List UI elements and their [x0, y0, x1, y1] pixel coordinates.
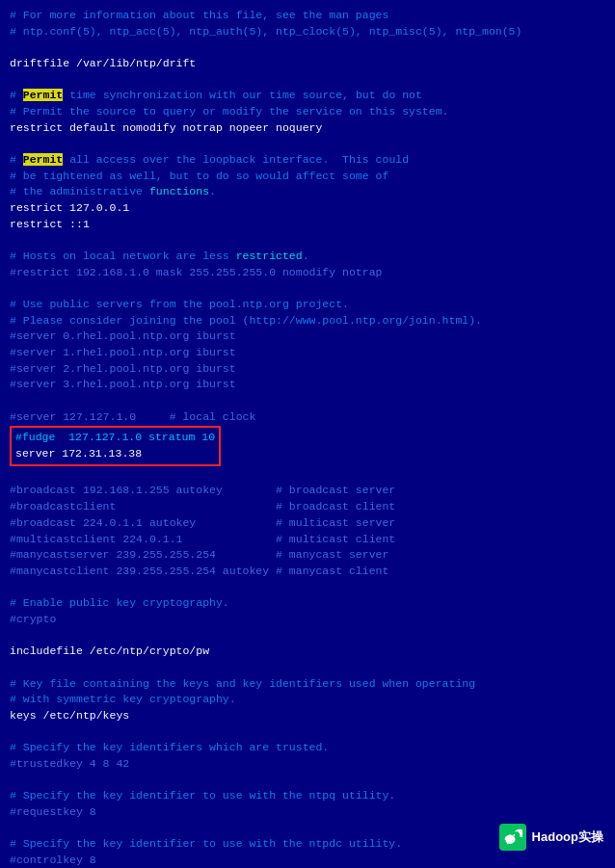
- line-25: [10, 393, 605, 409]
- line-2: # ntp.conf(5), ntp_acc(5), ntp_auth(5), …: [10, 24, 605, 40]
- line-32: #broadcast 224.0.1.1 autokey # multicast…: [10, 515, 605, 532]
- wechat-icon: [499, 824, 526, 851]
- line-27: #fudge 127.127.1.0 stratum 10: [15, 430, 215, 446]
- line-10: # Permit all access over the loopback in…: [10, 152, 605, 169]
- line-19: # Use public servers from the pool.ntp.o…: [10, 297, 605, 313]
- line-11: # be tightened as well, but to do so wou…: [10, 169, 605, 185]
- line-15: [10, 232, 605, 249]
- line-5: [10, 72, 605, 89]
- line-6: # Permit time synchronization with our t…: [10, 88, 605, 104]
- line-44: keys /etc/ntp/keys: [10, 708, 605, 724]
- line-29: [10, 467, 605, 484]
- terminal-window: # For more information about this file, …: [0, 0, 615, 868]
- selected-block: #fudge 127.127.1.0 stratum 10 server 172…: [10, 426, 221, 465]
- line-42: # Key file containing the keys and key i…: [10, 676, 605, 693]
- permit-highlight-1: Permit: [23, 89, 63, 101]
- permit-highlight-2: Permit: [23, 153, 63, 166]
- line-41: [10, 660, 605, 676]
- line-16: # Hosts on local network are less restri…: [10, 249, 605, 265]
- line-35: #manycastclient 239.255.255.254 autokey …: [10, 564, 605, 580]
- line-9: [10, 136, 605, 152]
- line-3: [10, 39, 605, 56]
- line-12: # the administrative functions.: [10, 184, 605, 200]
- line-43: # with symmetric key cryptography.: [10, 692, 605, 708]
- line-30: #broadcast 192.168.1.255 autokey # broad…: [10, 483, 605, 499]
- line-34: #manycastserver 239.255.255.254 # manyca…: [10, 547, 605, 564]
- line-28: server 172.31.13.38: [15, 446, 215, 462]
- line-33: #multicastclient 224.0.1.1 # multicast c…: [10, 532, 605, 548]
- line-4: driftfile /var/lib/ntp/drift: [10, 56, 605, 72]
- line-37: # Enable public key cryptography.: [10, 595, 605, 612]
- line-7: # Permit the source to query or modify t…: [10, 104, 605, 120]
- line-24: #server 3.rhel.pool.ntp.org iburst: [10, 377, 605, 393]
- line-46: # Specify the key identifiers which are …: [10, 740, 605, 756]
- line-36: [10, 580, 605, 596]
- line-26: #server 127.127.1.0 # local clock: [10, 409, 605, 426]
- line-17: #restrict 192.168.1.0 mask 255.255.255.0…: [10, 265, 605, 281]
- watermark-label: Hadoop实操: [532, 829, 603, 846]
- line-47: #trustedkey 4 8 42: [10, 756, 605, 773]
- line-13: restrict 127.0.0.1: [10, 200, 605, 217]
- line-48: [10, 773, 605, 789]
- line-8: restrict default nomodify notrap nopeer …: [10, 120, 605, 137]
- line-40: includefile /etc/ntp/crypto/pw: [10, 644, 605, 660]
- line-53: #controlkey 8: [10, 853, 605, 868]
- line-22: #server 1.rhel.pool.ntp.org iburst: [10, 345, 605, 361]
- line-39: [10, 628, 605, 644]
- line-49: # Specify the key identifier to use with…: [10, 788, 605, 804]
- line-38: #crypto: [10, 612, 605, 628]
- line-20: # Please consider joining the pool (http…: [10, 313, 605, 329]
- line-23: #server 2.rhel.pool.ntp.org iburst: [10, 361, 605, 378]
- line-1: # For more information about this file, …: [10, 8, 605, 24]
- line-21: #server 0.rhel.pool.ntp.org iburst: [10, 329, 605, 345]
- line-18: [10, 280, 605, 297]
- line-14: restrict ::1: [10, 217, 605, 233]
- line-50: #requestkey 8: [10, 804, 605, 821]
- line-45: [10, 724, 605, 741]
- watermark: Hadoop实操: [499, 824, 603, 851]
- line-31: #broadcastclient # broadcast client: [10, 499, 605, 515]
